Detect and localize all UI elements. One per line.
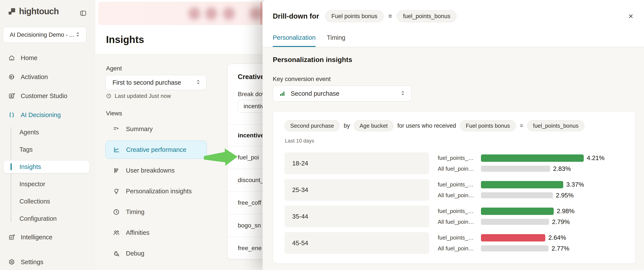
- drilldown-drawer: Drill-down for Fuel points bonus = fuel_…: [262, 0, 644, 270]
- view-row: Personalization insights: [96, 181, 210, 202]
- series-label: fuel_points_…: [438, 181, 478, 188]
- view-item-personalization-insights[interactable]: Personalization insights: [106, 184, 207, 198]
- hightouch-logo-icon: [8, 7, 16, 16]
- bar-value: 2.95%: [556, 192, 574, 199]
- key-event-value: Second purchase: [291, 90, 394, 97]
- bars-group: fuel_points_…4.21%All fuel_poin…2.83%: [438, 152, 604, 174]
- chart-row: 35-44fuel_points_…2.98%All fuel_poin…2.7…: [284, 206, 629, 227]
- home-icon: [8, 54, 15, 61]
- sidebar-item-agents[interactable]: Agents: [0, 124, 95, 141]
- sidebar-item-configuration[interactable]: Configuration: [0, 210, 95, 227]
- bar: [481, 219, 549, 225]
- bar-value: 3.37%: [566, 181, 584, 188]
- sidebar-subitem-label: Configuration: [0, 215, 57, 222]
- key-event-select[interactable]: Second purchase: [273, 86, 412, 102]
- sidebar-item-settings[interactable]: Settings: [0, 253, 95, 270]
- bar-value: 4.21%: [587, 154, 604, 162]
- pointer-arrow-icon: [204, 147, 239, 168]
- equals-sign: =: [388, 13, 392, 20]
- drawer-tabs: PersonalizationTiming: [273, 32, 345, 47]
- sidebar-item-label: Home: [21, 54, 37, 62]
- sidebar: hightouch AI Decisioning Demo - ... Home…: [0, 0, 95, 270]
- view-item-creative-performance[interactable]: Creative performance: [106, 140, 207, 159]
- series-label: All fuel_poin…: [438, 192, 478, 199]
- drilldown-pill-creative[interactable]: Fuel points bonus: [325, 10, 384, 22]
- view-item-label: Affinities: [126, 229, 150, 236]
- sidebar-item-tags[interactable]: Tags: [0, 141, 95, 158]
- agent-select[interactable]: First to second purchase: [106, 75, 206, 90]
- last-updated-text: Last updated Just now: [115, 93, 171, 99]
- banner-accent: [261, 2, 262, 24]
- last-updated: Last updated Just now: [106, 93, 171, 99]
- chart-connector-text: for users who received: [397, 122, 456, 129]
- chart-filter-pill[interactable]: fuel_points_bonus: [527, 120, 584, 131]
- customer-studio-icon: [8, 92, 15, 99]
- chart-filter-pill[interactable]: Age bucket: [354, 120, 394, 131]
- breakdown-label: Break dow: [238, 91, 266, 98]
- bars-group: fuel_points_…2.64%All fuel_poin…2.77%: [438, 232, 569, 254]
- bar-line: fuel_points_…2.98%: [438, 208, 574, 215]
- view-item-summary[interactable]: Summary: [106, 122, 207, 136]
- view-row: Debug: [96, 243, 210, 264]
- debug-icon: [113, 250, 120, 257]
- close-icon[interactable]: [626, 11, 636, 21]
- drilldown-pill-value[interactable]: fuel_points_bonus: [397, 10, 456, 22]
- view-item-label: Personalization insights: [126, 188, 192, 195]
- sidebar-item-label: Intelligence: [21, 234, 52, 241]
- sidebar-item-ai-decisioning[interactable]: AI Decisioning: [0, 106, 95, 124]
- app-window: hightouch AI Decisioning Demo - ... Home…: [0, 0, 644, 270]
- sidebar-item-intelligence[interactable]: Intelligence: [0, 228, 95, 246]
- view-item-label: Timing: [126, 208, 144, 216]
- affinities-icon: [113, 229, 120, 236]
- logo: hightouch: [8, 6, 59, 16]
- view-item-timing[interactable]: Timing: [106, 205, 207, 219]
- chart-filter-pill[interactable]: Second purchase: [284, 120, 340, 131]
- drawer-body: Personalization insights Key conversion …: [262, 47, 644, 270]
- bar-value: 2.64%: [548, 234, 566, 241]
- chart-filter-pill[interactable]: Fuel points bonus: [460, 120, 516, 131]
- view-item-label: Creative performance: [126, 146, 186, 153]
- personalization-icon: [113, 188, 120, 195]
- views-label: Views: [106, 110, 122, 117]
- creative-icon: [113, 146, 120, 153]
- agent-label: Agent: [106, 65, 122, 72]
- series-label: fuel_points_…: [438, 208, 478, 214]
- view-row: Creative performance: [96, 139, 210, 160]
- banner-blob: [206, 7, 217, 20]
- category-box: 35-44: [284, 206, 429, 227]
- sidebar-item-label: AI Decisioning: [21, 112, 61, 118]
- view-item-affinities[interactable]: Affinities: [106, 226, 207, 240]
- view-item-user-breakdowns[interactable]: User breakdowns: [106, 164, 207, 177]
- sidebar-item-inspector[interactable]: Inspector: [0, 176, 95, 193]
- sidebar-item-insights[interactable]: Insights: [0, 158, 95, 176]
- tab-timing[interactable]: Timing: [327, 32, 345, 47]
- view-row: User breakdowns: [96, 160, 210, 181]
- view-item-label: Summary: [126, 126, 153, 132]
- tab-personalization[interactable]: Personalization: [273, 32, 316, 47]
- sidebar-collapse-icon[interactable]: [78, 8, 88, 18]
- bar-value: 2.77%: [552, 245, 569, 252]
- sidebar-item-label: Customer Studio: [21, 92, 68, 100]
- series-label: All fuel_poin…: [438, 245, 478, 252]
- sidebar-item-collections[interactable]: Collections: [0, 193, 95, 210]
- workspace-selector[interactable]: AI Decisioning Demo - ...: [3, 27, 86, 43]
- sidebar-item-activation[interactable]: Activation: [0, 68, 95, 86]
- series-label: fuel_points_…: [438, 234, 478, 241]
- series-label: All fuel_poin…: [438, 166, 478, 172]
- drawer-title: Drill-down for: [273, 12, 319, 20]
- sidebar-subitem-label: Collections: [0, 198, 50, 205]
- view-item-debug[interactable]: Debug: [106, 246, 207, 260]
- sidebar-item-label: Settings: [21, 258, 44, 266]
- clock-icon: [113, 208, 120, 216]
- chart-row: 18-24fuel_points_…4.21%All fuel_poin…2.8…: [284, 152, 629, 174]
- sidebar-item-home[interactable]: Home: [0, 48, 95, 68]
- sidebar-subitem-label: Insights: [0, 163, 41, 170]
- sidebar-subitem-label: Inspector: [0, 180, 45, 188]
- chart-header: Second purchasebyAge bucketfor users who…: [284, 120, 627, 131]
- chart-rows: 18-24fuel_points_…4.21%All fuel_poin…2.8…: [284, 152, 629, 254]
- bars-group: fuel_points_…3.37%All fuel_poin…2.95%: [438, 179, 584, 201]
- bar: [481, 234, 545, 242]
- sidebar-item-customer-studio[interactable]: Customer Studio: [0, 86, 95, 106]
- bars-group: fuel_points_…2.98%All fuel_poin…2.79%: [438, 206, 574, 227]
- ai-decisioning-icon: [8, 112, 15, 118]
